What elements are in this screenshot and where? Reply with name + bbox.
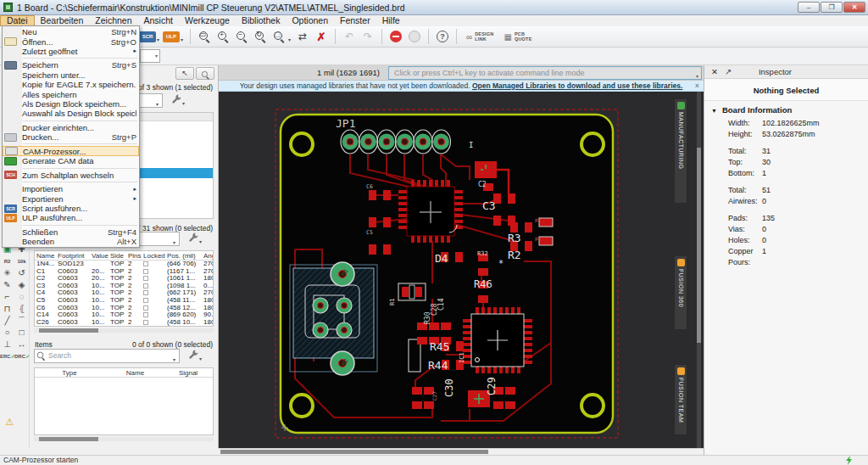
file-menu-item[interactable]: Generate CAM data <box>3 156 139 165</box>
erc-tool[interactable]: ERC✓ <box>0 350 14 362</box>
board-canvas[interactable]: JP1C6C5IC2C3R3R2p2p1D4R32R46*R30C28C14R1… <box>219 92 704 448</box>
table-row[interactable]: C2C060320...TOP2(1061 1...180 <box>35 275 213 283</box>
circle-tool[interactable]: ○ <box>0 327 14 339</box>
menubar-item-fenster[interactable]: Fenster <box>334 15 376 26</box>
canvas-vscrollbar[interactable] <box>697 92 701 448</box>
command-line-input[interactable]: Click or press Ctrl+L key to activate co… <box>388 66 702 80</box>
column-header[interactable]: Name <box>103 368 166 377</box>
file-menu-item[interactable]: Öffnen...Strg+O <box>3 36 139 46</box>
arc-tool[interactable]: ⌒ <box>14 315 29 327</box>
meander2-tool[interactable]: ⦃ <box>14 303 29 315</box>
table-row[interactable]: C26C060310...TOP2(458 10...180 <box>35 319 213 327</box>
refresh-icon[interactable]: ⇄ <box>293 28 312 45</box>
column-header[interactable]: Name <box>35 251 56 260</box>
file-menu-item[interactable]: Drucker einrichten... <box>3 123 139 132</box>
close-button[interactable]: ✕ <box>843 2 865 13</box>
design-link-button[interactable]: ∞ DESIGN LINK <box>466 31 493 42</box>
column-header[interactable]: Side <box>108 251 126 260</box>
menubar-item-ansicht[interactable]: Ansicht <box>138 15 179 26</box>
items-settings-wrench-icon[interactable]: ▾ <box>187 349 203 362</box>
value-tool[interactable]: 10k <box>14 255 29 267</box>
column-header[interactable]: Footprint <box>56 251 90 260</box>
file-menu-item[interactable]: CAM-Prozessor... <box>3 146 139 156</box>
pcb-quote-button[interactable]: ▦ PCB QUOTE <box>504 31 531 42</box>
grid-combo[interactable]: ▾ <box>140 49 160 63</box>
lock-tool[interactable]: ⊓ <box>0 303 14 315</box>
notification-close-icon[interactable]: × <box>695 81 699 92</box>
side-tab-fusion-team[interactable]: FUSION TEAM <box>674 364 687 435</box>
table-row[interactable]: C5C060310...TOP2(458 11...180 <box>35 297 213 305</box>
table-row[interactable]: C3C060310...TOP2(1098 1...0... <box>35 283 213 290</box>
open-managed-libraries-link[interactable]: Open Managed Libraries to download and u… <box>472 81 682 90</box>
table-row[interactable]: C4C060310...TOP2(662 171)270 <box>35 289 213 297</box>
parts-table[interactable]: NameFootprintValueSidePinsLockedPos. (mi… <box>34 250 214 327</box>
file-menu-item[interactable]: SCHZum Schaltplan wechseln <box>3 171 139 180</box>
column-header[interactable]: Ang <box>202 251 213 260</box>
group-move-tool[interactable]: ↺ <box>14 267 29 279</box>
file-menu-item[interactable]: Als Design Block speichern... <box>3 99 139 109</box>
table-row[interactable]: C14C060310...TOP2(869 620)90... <box>35 311 213 319</box>
menubar-item-hilfe[interactable]: Hilfe <box>376 15 406 26</box>
run-script-button[interactable]: SCR <box>139 31 156 42</box>
name-tool[interactable]: ◈ <box>14 279 29 291</box>
wire-tool[interactable]: ╱ <box>0 315 14 327</box>
table-row[interactable]: C1C060320...TOP2(1167 1...270 <box>35 268 213 276</box>
parts-hscrollbar[interactable] <box>34 328 214 333</box>
column-header[interactable]: Signal <box>166 368 209 377</box>
menubar-item-optionen[interactable]: Optionen <box>286 15 334 26</box>
zoom-out-icon[interactable]: − <box>232 28 251 45</box>
file-menu-item[interactable]: Alles speichern <box>3 89 139 98</box>
drc-tool[interactable]: DRC✓ <box>14 350 29 362</box>
column-header[interactable]: Value <box>90 251 108 260</box>
ratsnest-tool[interactable]: ◌ <box>14 291 29 303</box>
file-menu-item[interactable]: NeuStrg+N <box>3 27 139 36</box>
file-menu-item[interactable]: Kopie für EAGLE 7.x speichern... <box>3 80 139 89</box>
table-row[interactable]: 1N4...SOD123TOP2(646 706)270 <box>35 261 213 268</box>
file-menu-item[interactable]: Exportieren▸ <box>3 193 139 203</box>
run-ulp-button[interactable]: ULP <box>163 31 180 42</box>
inspector-popout-icon[interactable]: ↗ <box>725 67 732 76</box>
measure-tool[interactable]: ↔ <box>14 339 29 350</box>
file-menu-item[interactable]: BeendenAlt+X <box>3 237 139 246</box>
column-header[interactable]: Pos. (mil) <box>165 251 202 260</box>
panel-zoom-button[interactable] <box>196 67 214 80</box>
file-menu-item[interactable]: Zuletzt geöffnet▸ <box>3 47 139 56</box>
section1-settings-wrench-icon[interactable]: ▾ <box>170 93 186 107</box>
file-menu-item[interactable]: SchließenStrg+F4 <box>3 227 139 237</box>
ratsnest-icon[interactable]: ✗ <box>312 28 331 45</box>
menubar-item-bibliothek[interactable]: Bibliothek <box>236 15 287 26</box>
paint-tool[interactable]: ✎ <box>0 279 14 291</box>
zoom-select-icon[interactable]: ⬚ <box>270 28 288 45</box>
side-tab-fusion-360[interactable]: FUSION 360 <box>674 255 687 330</box>
file-menu-item[interactable]: ULPULP ausführen... <box>3 213 139 222</box>
errors-warning-icon[interactable]: ⚠ <box>3 416 17 428</box>
file-menu-item[interactable]: SpeichernStrg+S <box>3 60 139 70</box>
restore-button[interactable]: ❐ <box>821 2 843 13</box>
inspector-close-icon[interactable]: ✕ <box>711 67 718 76</box>
items-hscrollbar[interactable] <box>34 437 214 441</box>
dimension-tool[interactable]: ⊥ <box>0 339 14 350</box>
file-menu-item[interactable]: Drucken...Strg+P <box>3 132 139 142</box>
items-search-input[interactable]: Search▾ <box>34 349 180 363</box>
replace-tool[interactable]: R2 <box>0 255 14 267</box>
panel-select-button[interactable]: ↖ <box>175 67 194 80</box>
column-header[interactable]: Pins <box>126 251 142 260</box>
zoom-fit-icon[interactable]: ▭ <box>195 28 214 45</box>
rect-tool[interactable]: □ <box>14 327 29 339</box>
parts-settings-wrench-icon[interactable]: ▾ <box>187 232 203 245</box>
file-menu-item[interactable]: Auswahl als Design Block speichern... <box>3 109 139 118</box>
zoom-redraw-icon[interactable]: ↻ <box>251 28 270 45</box>
stop-icon[interactable] <box>387 28 405 45</box>
menubar-item-werkzeuge[interactable]: Werkzeuge <box>179 15 236 26</box>
miter-tool[interactable]: ⌐ <box>0 291 14 303</box>
file-menu-item[interactable]: SCRScript ausführen... <box>3 204 139 213</box>
smash-tool[interactable]: ✳ <box>0 267 14 279</box>
canvas-hscrollbar[interactable] <box>219 448 704 455</box>
column-header[interactable]: Locked <box>142 251 165 260</box>
items-table[interactable]: TypeNameSignal <box>34 367 214 435</box>
file-menu-item[interactable]: Importieren▸ <box>3 184 139 193</box>
file-menu-item[interactable]: Speichern unter... <box>3 70 139 80</box>
help-icon[interactable]: ? <box>433 28 452 45</box>
board-information-header[interactable]: ▼Board Information <box>704 101 868 118</box>
side-tab-manufacturing[interactable]: MANUFACTURING <box>674 98 687 204</box>
